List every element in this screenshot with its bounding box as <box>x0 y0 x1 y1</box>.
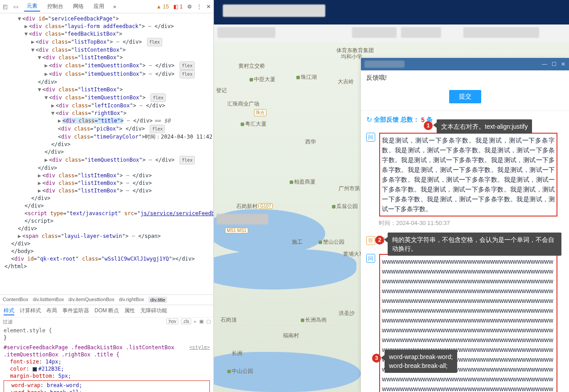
map-label: 蟹山公园 <box>319 238 344 246</box>
crumb-item[interactable]: div.listItemBox <box>33 297 64 303</box>
map-label: 西华 <box>305 138 316 146</box>
crumb-item[interactable]: ContentBox <box>3 297 28 303</box>
map-label: 洪圣沙 <box>339 310 355 317</box>
sub-bar <box>214 24 569 42</box>
panel-title-bar: — ☐ ✕ <box>361 58 569 70</box>
tab-dom-breakpoints[interactable]: DOM 断点 <box>94 307 119 315</box>
feedback-head: 反馈哦! <box>361 70 569 86</box>
styles-filter-row: :hov .cls + ▣ ▢ <box>0 317 213 325</box>
device-icon[interactable]: ▭ <box>13 4 20 10</box>
tab-listeners[interactable]: 事件监听器 <box>62 307 89 315</box>
feedback-panel: — ☐ ✕ 反馈哦! 提交 ↻ 全部反馈 总数： 5条 问 我是测试，测试一下多… <box>361 58 569 392</box>
crumb-item[interactable]: div.itemQuesttionBox <box>69 297 115 303</box>
map-label: 福南村 <box>283 332 299 339</box>
devtools-panel: ◰ ▭ 元素 控制台 网络 应用 » ▲ 15 ◧ 1 ⚙ ⋮ ✕ ▼<div … <box>0 0 214 392</box>
map-label: 粤汇大厦 <box>241 120 266 128</box>
map-label: 均和小学 <box>341 53 362 61</box>
tab-styles[interactable]: 样式 <box>4 307 14 315</box>
map-label: 大吉岭 <box>338 78 354 86</box>
kebab-icon[interactable]: ⋮ <box>196 4 202 10</box>
plus-icon[interactable]: + <box>194 319 196 324</box>
close-icon[interactable]: ✕ <box>206 4 211 10</box>
tab-network[interactable]: 网络 <box>70 2 86 11</box>
tab-elements[interactable]: 元素 <box>24 1 40 12</box>
callout-number-2: 2 <box>375 236 384 245</box>
question-icon: 问 <box>366 133 375 142</box>
map-label: 登记 <box>216 87 227 94</box>
submit-button[interactable]: 提交 <box>449 90 481 103</box>
inspect-icon[interactable]: ◰ <box>3 4 9 10</box>
maximize-icon[interactable]: ☐ <box>552 61 557 67</box>
tab-properties[interactable]: 属性 <box>124 307 135 315</box>
callout-2: 纯的英文字符串，不包含空格，会认为是一个单词，不会自动换行。 <box>388 233 561 256</box>
answer-icon: 答 <box>366 236 375 245</box>
top-bar <box>214 0 569 24</box>
map-label: 施工 <box>292 238 303 246</box>
map-label: 中臣大厦 <box>250 76 275 83</box>
map-label: 珠江湖 <box>296 74 317 81</box>
styles-body[interactable]: element.style { } <style>#serviceFeedbac… <box>0 325 213 392</box>
style-source-link[interactable]: <style> <box>189 344 210 351</box>
hov-button[interactable]: :hov <box>166 318 178 324</box>
panel-icon[interactable]: ▣ <box>199 318 204 324</box>
error-count[interactable]: ◧ 1 <box>173 4 183 10</box>
map-label: 柏盈商厦 <box>290 178 315 186</box>
breadcrumb[interactable]: ContentBox div.listItemBox div.itemQuest… <box>0 294 213 305</box>
devtools-toolbar: ◰ ▭ 元素 控制台 网络 应用 » ▲ 15 ◧ 1 ⚙ ⋮ ✕ <box>0 0 213 13</box>
crumb-item[interactable]: div.rightBox <box>119 297 144 303</box>
tab-more[interactable]: » <box>113 4 116 10</box>
panel-icon[interactable]: ▢ <box>206 318 211 324</box>
cls-button[interactable]: .cls <box>181 318 191 324</box>
callout-1: 文本左右对齐。text-align:justify <box>437 119 532 134</box>
map-label: 长洲岛画 <box>301 316 327 324</box>
tab-accessibility[interactable]: 无障碍功能 <box>140 307 167 315</box>
reload-icon[interactable]: ↻ <box>366 115 372 124</box>
map-label: 石岗新村 <box>236 203 258 210</box>
callout-number-1: 1 <box>424 121 433 130</box>
map-label: 中山公园 <box>227 368 253 375</box>
map-label: 长洲 <box>232 350 242 357</box>
item-time: 时间：2024-04-30 11:50:37 <box>379 219 564 227</box>
map-area: 体育东教育集团均和小学黄村立交桥中臣大厦珠江湖大吉岭登记汇珠商业广场珠吉粤汇大厦… <box>214 0 569 392</box>
map-label: 广州市第 <box>339 185 360 192</box>
gear-icon[interactable]: ⚙ <box>187 4 192 10</box>
callout-3: word-wrap:break-word;word-break:break-al… <box>385 350 457 373</box>
map-label: G107 <box>258 203 273 209</box>
callout-number-3: 3 <box>372 354 381 363</box>
dom-tree[interactable]: ▼<div id="serviceFeedbackPage"> ▶<div cl… <box>0 13 213 294</box>
map-label: 汇珠商业广场 <box>227 100 259 108</box>
tab-layout[interactable]: 布局 <box>46 307 57 315</box>
highlighted-rules: word-wrap: break-word; word-break: break… <box>4 380 210 392</box>
item-text: 我是测试，测试一下多条字数。我是测试，测试一下多条字数。我是测试，测试一下多条字… <box>379 133 557 216</box>
warning-count[interactable]: ▲ 15 <box>156 4 169 10</box>
map-label: 瓜翁公园 <box>332 203 358 210</box>
map-label: 珠吉 <box>254 109 266 116</box>
map-label: MS1 MS1 <box>225 227 248 233</box>
map-label: 黄村立交桥 <box>238 62 265 70</box>
close-icon[interactable]: ✕ <box>561 61 565 67</box>
styles-filter-input[interactable] <box>3 319 164 324</box>
tab-console[interactable]: 控制台 <box>45 2 66 11</box>
list-item: 问 我是测试，测试一下多条字数。我是测试，测试一下多条字数。我是测试，测试一下多… <box>366 128 564 232</box>
tab-application[interactable]: 应用 <box>91 2 107 11</box>
tab-computed[interactable]: 计算样式 <box>20 307 41 315</box>
map-label: 石岗顶 <box>221 316 237 324</box>
question-icon: 问 <box>366 254 375 263</box>
minimize-icon[interactable]: — <box>542 61 547 67</box>
crumb-item-active[interactable]: div.title <box>148 297 167 303</box>
styles-tabs: 样式 计算样式 布局 事件监听器 DOM 断点 属性 无障碍功能 <box>0 305 213 317</box>
